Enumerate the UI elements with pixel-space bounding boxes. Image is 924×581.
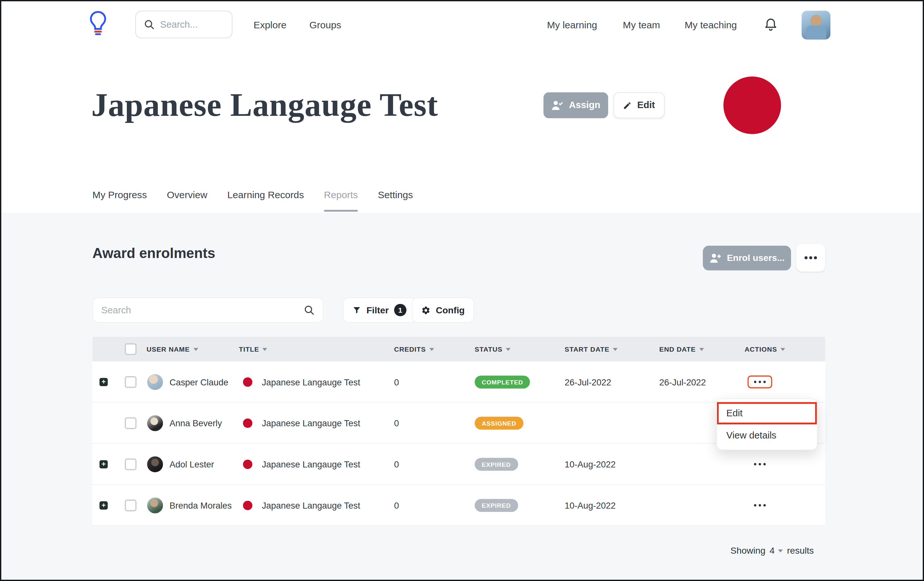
tab-my-progress[interactable]: My Progress bbox=[92, 189, 147, 211]
row-checkbox[interactable] bbox=[125, 499, 137, 511]
end-date: 26-Jul-2022 bbox=[659, 377, 706, 387]
menu-item-view-details[interactable]: View details bbox=[717, 424, 817, 446]
expand-row-button[interactable] bbox=[99, 378, 108, 386]
nav-my-learning[interactable]: My learning bbox=[547, 20, 597, 31]
column-label: START DATE bbox=[565, 346, 609, 352]
nav-my-teaching[interactable]: My teaching bbox=[685, 20, 737, 31]
column-label: USER NAME bbox=[147, 346, 190, 352]
table-header-row: USER NAME TITLE CREDITS STATUS START DAT… bbox=[92, 337, 825, 362]
sort-caret-icon bbox=[613, 348, 618, 351]
column-label: END DATE bbox=[659, 346, 696, 352]
course-title[interactable]: Japanese Langauge Test bbox=[262, 377, 360, 387]
menu-item-edit[interactable]: Edit bbox=[717, 402, 817, 424]
user-name[interactable]: Adol Lester bbox=[169, 459, 214, 469]
course-red-dot-icon bbox=[243, 418, 252, 428]
ellipsis-icon bbox=[805, 257, 817, 259]
funnel-icon bbox=[352, 306, 361, 314]
column-label: TITLE bbox=[239, 346, 259, 352]
nav-my-team[interactable]: My team bbox=[623, 20, 660, 31]
filter-button[interactable]: Filter 1 bbox=[343, 298, 416, 323]
results-count: 4 bbox=[769, 545, 775, 556]
column-label: STATUS bbox=[475, 346, 502, 352]
filter-label: Filter bbox=[366, 304, 389, 315]
row-actions-button[interactable] bbox=[749, 500, 771, 510]
assign-button[interactable]: Assign bbox=[543, 92, 608, 118]
course-title[interactable]: Japanese Langauge Test bbox=[262, 418, 360, 428]
filter-count-badge: 1 bbox=[394, 304, 406, 316]
page-title: Japanese Langauge Test bbox=[91, 86, 438, 123]
nav-explore[interactable]: Explore bbox=[254, 20, 287, 31]
status-badge: COMPLETED bbox=[475, 375, 530, 388]
column-header-actions[interactable]: ACTIONS bbox=[745, 346, 785, 352]
column-header-credits[interactable]: CREDITS bbox=[394, 346, 434, 352]
table-search bbox=[92, 298, 323, 323]
column-header-title[interactable]: TITLE bbox=[239, 346, 267, 352]
config-label: Config bbox=[436, 304, 465, 315]
enrol-users-label: Enrol users... bbox=[727, 253, 785, 263]
column-header-start-date[interactable]: START DATE bbox=[565, 346, 618, 352]
results-footer: Showing 4 results bbox=[731, 545, 814, 556]
nav-groups[interactable]: Groups bbox=[309, 20, 341, 31]
caret-down-icon bbox=[778, 549, 783, 552]
profile-avatar[interactable] bbox=[802, 11, 830, 39]
more-actions-button[interactable] bbox=[796, 244, 825, 272]
results-count-dropdown[interactable]: 4 bbox=[769, 545, 783, 556]
user-avatar bbox=[147, 374, 163, 390]
table-search-input[interactable] bbox=[101, 304, 298, 315]
credits-value: 0 bbox=[394, 500, 399, 510]
enrol-users-button[interactable]: Enrol users... bbox=[703, 246, 791, 270]
tab-overview[interactable]: Overview bbox=[167, 189, 207, 211]
column-header-end-date[interactable]: END DATE bbox=[659, 346, 704, 352]
row-actions-button[interactable] bbox=[747, 375, 772, 388]
section-heading: Award enrolments bbox=[92, 245, 215, 262]
pencil-icon bbox=[623, 101, 632, 110]
person-plus-icon bbox=[709, 253, 721, 263]
course-red-dot-icon bbox=[243, 459, 252, 469]
user-name[interactable]: Casper Claude bbox=[169, 377, 228, 387]
tab-learning-records[interactable]: Learning Records bbox=[227, 189, 304, 211]
column-header-user-name[interactable]: USER NAME bbox=[147, 346, 198, 352]
search-icon bbox=[144, 19, 155, 30]
sort-caret-icon bbox=[429, 348, 434, 351]
notifications-bell-icon[interactable] bbox=[764, 17, 777, 32]
course-red-dot-icon bbox=[243, 500, 252, 510]
user-avatar bbox=[147, 497, 163, 513]
brand-lightbulb-logo[interactable] bbox=[88, 10, 107, 38]
user-name[interactable]: Anna Beverly bbox=[169, 418, 222, 428]
select-all-checkbox[interactable] bbox=[125, 343, 137, 355]
expand-row-button[interactable] bbox=[99, 501, 108, 509]
edit-label: Edit bbox=[637, 100, 655, 111]
person-check-icon bbox=[551, 100, 563, 111]
course-title[interactable]: Japanese Langauge Test bbox=[262, 500, 360, 510]
actions-cell bbox=[725, 458, 795, 469]
search-icon[interactable] bbox=[304, 304, 315, 316]
tab-reports[interactable]: Reports bbox=[324, 189, 358, 211]
edit-button[interactable]: Edit bbox=[613, 92, 665, 118]
sort-caret-icon bbox=[781, 348, 785, 351]
reports-panel: Award enrolments Enrol users... Filter 1 bbox=[1, 213, 923, 581]
start-date: 10-Aug-2022 bbox=[565, 500, 615, 510]
status-badge: ASSIGNED bbox=[475, 416, 523, 429]
global-search-input[interactable] bbox=[160, 19, 224, 30]
tab-settings[interactable]: Settings bbox=[378, 189, 413, 211]
status-badge: EXPIRED bbox=[475, 499, 518, 512]
column-label: ACTIONS bbox=[745, 346, 777, 352]
config-button[interactable]: Config bbox=[412, 298, 474, 323]
course-red-dot-icon bbox=[243, 377, 252, 386]
row-checkbox[interactable] bbox=[125, 458, 137, 470]
course-title[interactable]: Japanese Langauge Test bbox=[262, 459, 360, 469]
row-actions-button[interactable] bbox=[749, 458, 771, 469]
app-root: Explore Groups My learning My team My te… bbox=[1, 1, 923, 581]
column-header-status[interactable]: STATUS bbox=[475, 346, 511, 352]
global-search bbox=[135, 11, 232, 38]
row-checkbox[interactable] bbox=[125, 376, 137, 388]
credits-value: 0 bbox=[394, 418, 399, 428]
status-badge: EXPIRED bbox=[475, 458, 518, 470]
table-row: Brenda Morales Japanese Langauge Test 0 … bbox=[92, 485, 825, 526]
row-checkbox[interactable] bbox=[125, 417, 137, 429]
actions-cell bbox=[725, 375, 795, 388]
start-date: 10-Aug-2022 bbox=[565, 459, 615, 469]
expand-row-button[interactable] bbox=[99, 460, 108, 468]
user-name[interactable]: Brenda Morales bbox=[169, 500, 231, 510]
start-date: 26-Jul-2022 bbox=[565, 377, 611, 387]
